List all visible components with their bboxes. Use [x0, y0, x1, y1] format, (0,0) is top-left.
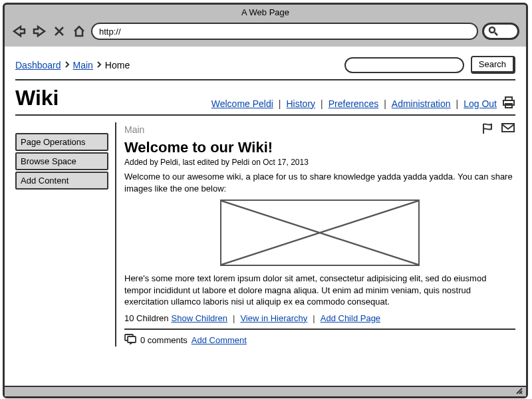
sidebar: Page Operations Browse Space Add Content [15, 122, 108, 346]
preferences-link[interactable]: Preferences [329, 98, 378, 109]
children-count: 10 Children [124, 313, 169, 323]
browser-search-icon[interactable] [482, 23, 519, 40]
app-title: Wiki [15, 86, 59, 110]
lorem-text: Here's some more text lorem ipsum dolor … [124, 273, 515, 308]
url-input[interactable] [91, 23, 478, 40]
show-children-link[interactable]: Show Children [172, 313, 228, 323]
browser-window: A Web Page Dashboard Main Home Search [3, 3, 528, 398]
flag-icon[interactable] [481, 122, 494, 136]
comments-row: 0 comments Add Comment [124, 334, 515, 346]
logout-link[interactable]: Log Out [464, 98, 497, 109]
history-link[interactable]: History [287, 98, 316, 109]
divider [124, 329, 515, 330]
home-icon[interactable] [71, 23, 87, 39]
intro-text: Welcome to our awesome wiki, a place for… [124, 171, 515, 194]
mail-icon[interactable] [501, 122, 515, 136]
breadcrumb-link[interactable]: Main [73, 60, 93, 70]
svg-rect-7 [128, 336, 136, 342]
body-row: Page Operations Browse Space Add Content… [15, 116, 515, 346]
forward-icon[interactable] [31, 23, 47, 39]
content-crumb: Main [124, 124, 144, 135]
add-comment-link[interactable]: Add Comment [192, 335, 247, 345]
resize-grip-icon[interactable] [515, 387, 523, 395]
svg-point-0 [489, 27, 495, 33]
add-child-page-link[interactable]: Add Child Page [321, 313, 380, 323]
byline: Added by Peldi, last edited by Peldi on … [124, 158, 515, 167]
breadcrumb-current: Home [105, 60, 130, 70]
children-row: 10 Children Show Children | View in Hier… [124, 313, 515, 323]
browser-toolbar [5, 20, 526, 47]
content-pane: Main Welcome to our Wiki! Added by Peldi… [115, 122, 515, 346]
breadcrumb-link[interactable]: Dashboard [15, 60, 61, 70]
user-links: Welcome Peldi | History | Preferences | … [211, 96, 515, 110]
search-input[interactable] [344, 57, 464, 73]
window-title: A Web Page [5, 5, 526, 20]
view-hierarchy-link[interactable]: View in Hierarchy [240, 313, 307, 323]
welcome-link[interactable]: Welcome Peldi [211, 98, 273, 109]
sidebar-add-content[interactable]: Add Content [15, 172, 108, 190]
breadcrumb: Dashboard Main Home [15, 60, 130, 70]
print-icon[interactable] [502, 96, 515, 110]
top-bar: Dashboard Main Home Search [15, 56, 515, 80]
sidebar-browse-space[interactable]: Browse Space [15, 152, 108, 170]
image-placeholder [220, 200, 420, 266]
page-body: Dashboard Main Home Search Wiki Welcome … [5, 47, 526, 386]
comment-icon [124, 334, 136, 346]
status-bar [5, 386, 526, 396]
chevron-right-icon [64, 60, 70, 70]
comments-count: 0 comments [140, 335, 188, 345]
search-button[interactable]: Search [471, 56, 515, 74]
page-title: Welcome to our Wiki! [124, 139, 515, 156]
sidebar-page-operations[interactable]: Page Operations [15, 133, 108, 151]
chevron-right-icon [96, 60, 102, 70]
administration-link[interactable]: Administration [392, 98, 451, 109]
title-row: Wiki Welcome Peldi | History | Preferenc… [15, 80, 515, 116]
back-icon[interactable] [11, 23, 27, 39]
stop-icon[interactable] [51, 23, 67, 39]
search-area: Search [344, 56, 515, 74]
svg-rect-5 [502, 124, 514, 132]
